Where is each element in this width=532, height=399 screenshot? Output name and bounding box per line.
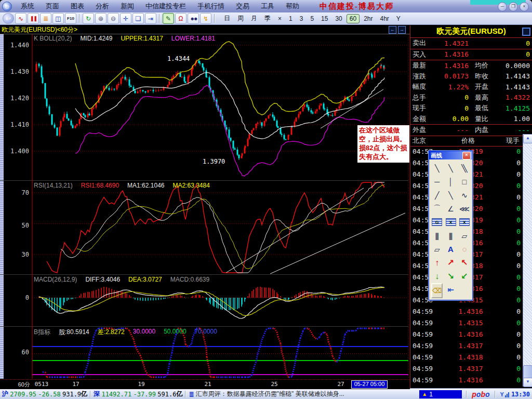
golden-section-icon[interactable]: G: [430, 216, 444, 229]
window-cascade-icon[interactable]: ❏: [132, 13, 144, 24]
horizontal-line-icon[interactable]: ─: [430, 175, 444, 188]
menu-item[interactable]: 页面: [40, 1, 65, 12]
period-1[interactable]: 1: [286, 15, 296, 23]
parallel-lines-icon[interactable]: ╲╲: [458, 162, 471, 175]
arrow-up-left-icon[interactable]: ↖: [458, 256, 471, 269]
alert-badge[interactable]: ▲ 1: [419, 390, 462, 398]
f10-icon[interactable]: F10: [65, 13, 76, 24]
gann-fan-icon[interactable]: ⋘: [458, 202, 471, 215]
close-button[interactable]: ×: [520, 2, 529, 11]
quote-board-icon[interactable]: ≣: [40, 13, 51, 24]
menu-item[interactable]: 分析: [90, 1, 115, 12]
vertical-line-icon[interactable]: │: [444, 175, 457, 188]
refresh-icon[interactable]: ↻: [83, 13, 94, 24]
drawing-toolbox-titlebar[interactable]: 画线 ×: [429, 151, 472, 159]
tick-scrollbar[interactable]: ▲ ▼: [523, 134, 532, 387]
quote-label: 最高: [475, 93, 498, 102]
menu-item[interactable]: 交易: [230, 1, 255, 12]
period-日[interactable]: 日: [221, 14, 233, 23]
period-2hr[interactable]: 2hr: [361, 15, 376, 23]
next-window-icon[interactable]: ⇥: [145, 13, 156, 24]
period-季[interactable]: 季: [261, 14, 274, 23]
news-ticker[interactable]: 汇市周评：数据暴露经济仍需"维稳" 美联储难以抽身...: [196, 390, 418, 398]
ray-line-icon[interactable]: ╱: [430, 189, 444, 202]
menu-item[interactable]: 中信建投专栏: [140, 1, 192, 12]
arrow-up-right-icon[interactable]: ↗: [444, 256, 457, 269]
period-周[interactable]: 周: [234, 14, 247, 23]
macd-diff-value: DIFF:3.4046: [85, 276, 120, 283]
menu-item[interactable]: 手机行情: [192, 1, 230, 12]
outer-value: ---: [434, 126, 469, 134]
kline-chart-icon[interactable]: ❚❚: [28, 13, 39, 24]
period-4hr[interactable]: 4hr: [377, 15, 392, 23]
percent-lines-icon[interactable]: X: [444, 216, 457, 229]
parallel-channel-icon[interactable]: ▱: [430, 243, 444, 256]
buy-price: 1.4316: [434, 50, 469, 58]
zoom-in-icon[interactable]: ⊕: [95, 13, 107, 24]
quote-label: 金额: [413, 114, 434, 124]
cycle-circle-icon[interactable]: ◌: [458, 243, 471, 256]
menu-item[interactable]: 帮助: [280, 1, 305, 12]
menu-item[interactable]: 图表: [65, 1, 90, 12]
eraser-icon[interactable]: ⌫: [431, 283, 443, 298]
quick-trade-icon[interactable]: ↯: [200, 13, 211, 24]
period-15[interactable]: 15: [318, 15, 331, 23]
scroll-down-icon[interactable]: ▼: [523, 378, 532, 387]
minimize-button[interactable]: ─: [498, 2, 507, 11]
menu-item[interactable]: 系统: [15, 1, 40, 12]
inner-value: ---: [498, 126, 530, 134]
period-5[interactable]: 5: [307, 15, 317, 23]
wave-line-icon[interactable]: ∿: [458, 189, 471, 202]
back-icon[interactable]: ↩: [3, 13, 14, 24]
macd-name: MACD(26,12,9): [34, 276, 77, 283]
period-60[interactable]: 60: [347, 14, 360, 23]
trend-chart-icon[interactable]: ∿: [15, 13, 26, 24]
arrow-down-icon[interactable]: ↓: [430, 270, 444, 283]
period-月[interactable]: 月: [248, 14, 260, 23]
angle-line-icon[interactable]: ∠: [444, 202, 457, 215]
vertical-sequence-icon[interactable]: ∥∥: [430, 229, 444, 242]
arrow-down-left-icon[interactable]: ↙: [458, 270, 471, 283]
line-segment-icon[interactable]: ╲: [444, 162, 457, 175]
arrow-down-right-icon[interactable]: ↘: [444, 270, 457, 283]
close-palette-icon[interactable]: ×: [462, 152, 471, 159]
menu-item[interactable]: 新闻: [115, 1, 140, 12]
cycle-lines-icon[interactable]: ∥∥: [444, 229, 457, 242]
tick-volume: 0: [500, 182, 521, 190]
x-percent-lines-icon[interactable]: X: [458, 216, 471, 229]
window-controls: ─ ❐ ×: [498, 2, 529, 11]
scroll-thumb[interactable]: [523, 365, 532, 379]
info-browser-icon[interactable]: ◫: [52, 13, 64, 24]
alert-count: 1: [429, 391, 433, 398]
price-alarm-icon[interactable]: Ω: [175, 13, 187, 24]
chart-canvas[interactable]: [0, 25, 410, 379]
b-level-70: 70.0000: [195, 328, 217, 337]
trend-line-icon[interactable]: ╲: [430, 162, 444, 175]
exit-drawing-icon[interactable]: ⇤: [444, 283, 457, 296]
short-segment-icon[interactable]: ╲: [444, 189, 457, 202]
maximize-quote-icon[interactable]: [522, 28, 530, 36]
zoom-out-icon[interactable]: ⊖: [108, 13, 119, 24]
period-3[interactable]: 3: [297, 15, 307, 23]
rectangle-icon[interactable]: □: [458, 175, 471, 188]
sh-index-change: -26.58: [38, 391, 60, 398]
draw-tools-icon[interactable]: ✎: [163, 13, 174, 24]
sz-index-change: -37.99: [134, 391, 156, 398]
tick-volume: 0: [500, 159, 521, 167]
period-×[interactable]: ×: [275, 15, 285, 23]
channel-line-icon[interactable]: ▱: [458, 229, 471, 242]
period-30[interactable]: 30: [332, 15, 345, 23]
drawing-toolbox-title: 画线: [431, 152, 442, 159]
text-tool-icon[interactable]: A: [444, 243, 457, 256]
period-Y[interactable]: Y: [393, 15, 404, 23]
tick-time: 04:59: [413, 342, 442, 350]
drag-hand-icon[interactable]: ✛: [120, 13, 131, 24]
arc-line-icon[interactable]: ⌒: [430, 202, 444, 215]
scroll-up-icon[interactable]: ▲: [523, 134, 532, 143]
time-tick: 17: [72, 381, 79, 388]
online-users-icon[interactable]: ☻☻: [188, 13, 199, 24]
menu-item[interactable]: 工具: [255, 1, 280, 12]
restore-button[interactable]: ❐: [509, 2, 518, 11]
arrow-up-icon[interactable]: ↑: [430, 256, 444, 269]
tick-volume: 0: [500, 239, 521, 247]
